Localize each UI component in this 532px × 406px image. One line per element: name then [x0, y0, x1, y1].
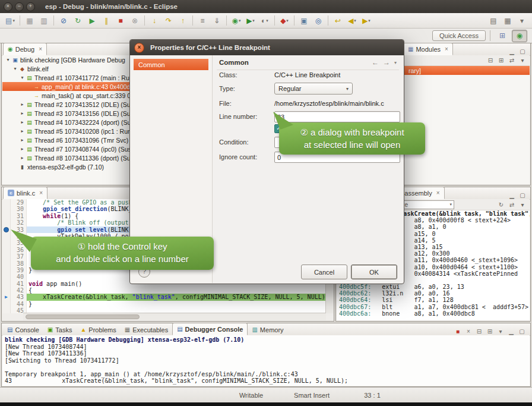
- close-icon[interactable]: ×: [39, 190, 43, 196]
- editor-line[interactable]: 44}: [2, 301, 326, 307]
- type-select[interactable]: Regular ▾: [274, 83, 353, 95]
- tree-expander-icon[interactable]: ▸: [19, 128, 26, 134]
- console-tab-executables[interactable]: ▦Executables: [121, 324, 172, 335]
- line-number[interactable]: 32: [11, 219, 27, 226]
- resume-button[interactable]: ▶: [85, 14, 99, 27]
- editor-gutter[interactable]: [2, 260, 11, 267]
- tree-expander-icon[interactable]: ▸: [19, 111, 26, 116]
- disassembly-line[interactable]: 400dbc6a: bnone a8, a1, 0x400dbc8: [337, 310, 530, 317]
- drop-to-frame-button[interactable]: ⇓: [210, 14, 224, 27]
- pin-console-icon[interactable]: ▾: [496, 327, 505, 335]
- minimize-view-icon[interactable]: ▁: [507, 47, 517, 55]
- window-minimize-button[interactable]: −: [15, 2, 24, 11]
- editor-gutter[interactable]: [2, 199, 11, 206]
- disassembly-line[interactable]: 400dbc67: blt a1, a7, 0x400dbc81 <__addd…: [337, 304, 530, 310]
- maximize-view-icon[interactable]: ▢: [518, 191, 527, 199]
- line-number[interactable]: 40: [11, 273, 27, 280]
- console-tab-tasks[interactable]: ▣Tasks: [43, 324, 77, 335]
- forward-icon[interactable]: →: [383, 58, 390, 67]
- editor-gutter[interactable]: [2, 213, 11, 219]
- tree-expander-icon[interactable]: ▸: [19, 102, 26, 107]
- chevron-down-icon[interactable]: ▾: [449, 202, 452, 207]
- editor-gutter[interactable]: [2, 206, 11, 212]
- external-tools-button[interactable]: ◆▾: [277, 14, 292, 27]
- tab-debug[interactable]: ◉ Debug ×: [3, 43, 47, 55]
- step-return-button[interactable]: ↑: [176, 14, 190, 27]
- instruction-stepping-button[interactable]: ≡: [195, 14, 210, 27]
- window-titlebar[interactable]: ×−+ esp - Debug - blink/main/blink.c - E…: [0, 0, 532, 14]
- step-over-button[interactable]: ↷: [162, 14, 176, 27]
- view-menu-icon[interactable]: ▾: [518, 56, 527, 65]
- scrollbar-thumb[interactable]: [26, 314, 140, 319]
- suspend-button[interactable]: ∥: [99, 14, 113, 27]
- disconnect-button[interactable]: ⊗: [128, 14, 142, 27]
- link-with-debug-icon[interactable]: ⇄: [507, 56, 517, 65]
- debug-button[interactable]: ◉▾: [229, 14, 243, 27]
- window-maximize-button[interactable]: +: [26, 2, 35, 11]
- view-menu-icon[interactable]: ▾: [518, 200, 527, 209]
- disassembly-line[interactable]: 400dbc5f: extui a6, a0, 23, 13: [337, 284, 530, 290]
- tree-expander-icon[interactable]: ▸: [19, 155, 26, 160]
- dialog-titlebar[interactable]: × Properties for C/C++ Line Breakpoint: [130, 40, 404, 55]
- editor-gutter[interactable]: [2, 273, 11, 280]
- annotation-navigation-button[interactable]: ▤: [486, 14, 501, 27]
- line-number[interactable]: 44: [11, 301, 27, 307]
- cancel-button[interactable]: Cancel: [301, 265, 347, 279]
- line-number[interactable]: 41: [11, 281, 27, 287]
- clear-console-icon[interactable]: ⊟: [474, 327, 484, 335]
- tree-expander-icon[interactable]: ▸: [19, 146, 26, 152]
- quick-access-button[interactable]: Quick Access: [432, 30, 486, 41]
- minimize-view-icon[interactable]: ▁: [506, 327, 516, 335]
- maximize-view-icon[interactable]: ▢: [517, 327, 527, 335]
- line-number[interactable]: 43: [11, 294, 27, 300]
- new-cpp-class-button[interactable]: ▣: [297, 14, 311, 27]
- terminate-console-icon[interactable]: ■: [453, 327, 463, 335]
- collapse-all-icon[interactable]: ⊟: [486, 56, 495, 65]
- restart-button[interactable]: ↻: [71, 14, 85, 27]
- tree-expander-icon[interactable]: ▾: [5, 57, 11, 62]
- sidebar-item-common[interactable]: Common: [134, 59, 208, 70]
- console-tab-problems[interactable]: ▲Problems: [76, 324, 120, 335]
- window-close-button[interactable]: ×: [4, 2, 12, 11]
- line-number[interactable]: 38: [11, 260, 27, 267]
- line-number[interactable]: 42: [11, 287, 27, 294]
- editor-gutter[interactable]: ▶: [2, 294, 11, 300]
- disassembly-line[interactable]: 400dbc62: l32i.n a0, a0, 16: [337, 290, 530, 297]
- scroll-lock-icon[interactable]: ⊞: [485, 327, 495, 335]
- tree-expander-icon[interactable]: ▾: [19, 75, 26, 80]
- show-whitespace-button[interactable]: ▦: [501, 14, 515, 27]
- terminate-button[interactable]: ■: [113, 14, 128, 27]
- console-tab-memory[interactable]: ▥Memory: [248, 324, 287, 335]
- tab-blink-c[interactable]: c blink.c ×: [3, 187, 48, 199]
- line-number[interactable]: 29: [11, 199, 27, 206]
- search-button[interactable]: ◎: [311, 14, 325, 27]
- tree-expander-icon[interactable]: ▸: [19, 119, 26, 125]
- step-into-button[interactable]: ↓: [147, 14, 162, 27]
- editor-gutter[interactable]: [2, 219, 11, 226]
- line-number[interactable]: 39: [11, 267, 27, 273]
- forward-button[interactable]: ▶▾: [359, 14, 373, 27]
- tree-expander-icon[interactable]: ▾: [12, 66, 18, 71]
- open-perspective-button[interactable]: ⊞: [495, 30, 510, 42]
- profile-button[interactable]: ◐▾: [258, 14, 272, 27]
- editor-gutter[interactable]: [2, 301, 11, 307]
- editor-gutter[interactable]: [2, 281, 11, 287]
- editor-gutter[interactable]: [2, 267, 11, 273]
- sync-selection-icon[interactable]: ⇄: [507, 200, 517, 209]
- skip-all-breakpoints-button[interactable]: ⊘: [56, 14, 71, 27]
- disassembly-line[interactable]: 400dbc64: lsi f7, a1, 128: [337, 297, 530, 303]
- toolbar-overflow-button[interactable]: ▾: [515, 14, 529, 27]
- chevron-down-icon[interactable]: ▾: [394, 60, 397, 65]
- debug-perspective-button[interactable]: ◉: [512, 30, 527, 42]
- close-icon[interactable]: ×: [445, 46, 448, 52]
- ok-button[interactable]: OK: [351, 265, 397, 279]
- editor-horizontal-scrollbar[interactable]: [23, 313, 326, 320]
- line-number[interactable]: 30: [11, 206, 27, 212]
- console-tab-debugger-console[interactable]: ▤Debugger Console: [172, 323, 248, 335]
- run-button[interactable]: ▶▾: [243, 14, 258, 27]
- refresh-icon[interactable]: ↻: [496, 200, 506, 209]
- save-button[interactable]: ▦: [23, 14, 37, 27]
- last-edit-location-button[interactable]: ↩: [331, 14, 345, 27]
- remove-launch-icon[interactable]: ×: [464, 327, 473, 335]
- editor-line[interactable]: 42{: [2, 287, 326, 294]
